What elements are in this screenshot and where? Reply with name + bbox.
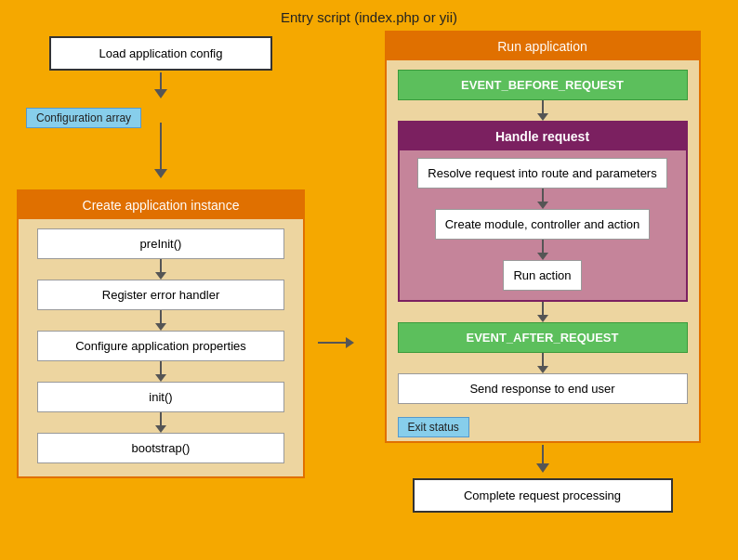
arrow-handle-1 — [537, 189, 548, 209]
arrow-load-to-config — [154, 72, 167, 98]
load-config-box: Load application config — [49, 36, 272, 71]
run-app-header: Run application — [387, 33, 699, 60]
arrow-step-2 — [19, 310, 303, 331]
arrow-handle-2 — [537, 240, 548, 260]
arrow-before-to-handle — [387, 100, 699, 121]
arrow-run-to-complete — [536, 445, 549, 473]
handle-request-header: Handle request — [400, 123, 686, 150]
event-before-request: EVENT_BEFORE_REQUEST — [398, 70, 688, 100]
arrow-step-3 — [19, 361, 303, 382]
step-preinit: preInit() — [37, 228, 284, 259]
step-bootstrap: bootstrap() — [37, 433, 284, 463]
step-resolve-route: Resolve request into route and parameter… — [417, 158, 666, 189]
step-create-module: Create module, controller and action — [435, 209, 651, 240]
arrow-after-to-send — [387, 353, 699, 373]
complete-request-box: Complete request processing — [413, 478, 673, 513]
send-response-box: Send response to end user — [398, 373, 688, 404]
create-app-header: Create application instance — [19, 191, 303, 219]
arrow-handle-to-after — [387, 302, 699, 322]
step-register-error: Register error handler — [37, 280, 284, 310]
left-column: Load application config Configuration ar… — [17, 31, 305, 513]
step-init: init() — [37, 382, 284, 412]
arrow-config-to-create — [154, 123, 167, 178]
step-configure: Configure application properties — [37, 331, 284, 361]
main-title: Entry script (index.php or yii) — [0, 0, 738, 31]
handle-request-container: Handle request Resolve request into rout… — [398, 121, 688, 302]
step-run-action: Run action — [503, 260, 581, 291]
h-arrow-left-to-right — [318, 337, 354, 348]
right-col-inner: Run application EVENT_BEFORE_REQUEST Han… — [385, 31, 701, 513]
right-column: Run application EVENT_BEFORE_REQUEST Han… — [363, 31, 721, 513]
exit-status-label: Exit status — [398, 417, 469, 437]
event-after-request: EVENT_AFTER_REQUEST — [398, 322, 688, 353]
arrow-step-1 — [19, 259, 303, 280]
run-app-container: Run application EVENT_BEFORE_REQUEST Han… — [385, 31, 701, 443]
config-array-label: Configuration array — [26, 108, 141, 128]
create-app-container: Create application instance preInit() Re… — [17, 189, 305, 478]
handle-inner: Resolve request into route and parameter… — [400, 158, 686, 291]
arrow-step-4 — [19, 412, 303, 433]
